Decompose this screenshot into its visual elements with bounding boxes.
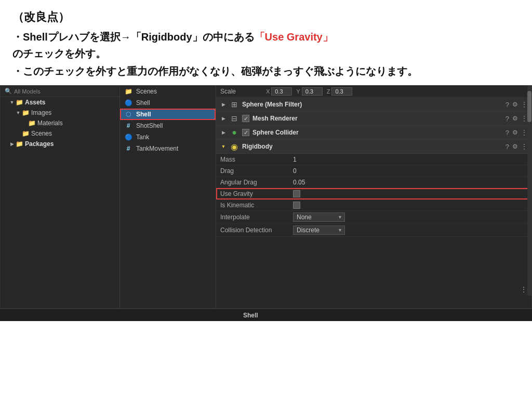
mid-label-scenes: Scenes [136,88,157,95]
checkbox-use-gravity[interactable] [293,190,300,197]
right-panel: Scale X 0.3 Y 0.3 Z 0.3 ▶ ⊞ Sphere (Me [216,86,531,308]
mid-item-scenes[interactable]: 📁 Scenes [120,86,216,97]
annotation-line1: ・Shellプレハブを選択→「Rigidbody」の中にある「Use Gravi… [12,29,520,45]
tree-label-assets: Assets [25,99,45,106]
field-mass: Mass 1 [216,154,531,165]
mid-label-shotshell: ShotShell [136,122,163,129]
search-icon: 🔍 [5,88,12,95]
arrow-packages: ▶ [9,141,15,147]
comp-help-collider[interactable]: ? [506,129,509,137]
dropdown-collision[interactable]: Discrete ▼ [293,225,345,235]
comp-more-mesh[interactable]: ⋮ [521,101,527,108]
annotation-line2: ・このチェックを外すと重力の作用がなくなり、砲弾がまっすぐ飛ぶようになります。 [12,63,520,79]
mid-item-shell-prefab[interactable]: ⬡ Shell [120,109,216,120]
mesh-renderer-icon: ⊟ [230,114,239,123]
annotation-line1-prefix: ・Shellプレハブを選択→「Rigidbody」の中にある [12,31,255,43]
search-bar: 🔍 All Models [1,86,119,97]
tree-item-materials[interactable]: ▶ 📁 Materials [1,118,119,128]
scrollbar-thumb[interactable] [527,91,531,122]
bottom-label: Shell [243,312,258,319]
label-angular-drag: Angular Drag [220,179,293,186]
arrow-assets: ▼ [9,99,15,105]
component-sphere-collider[interactable]: ▶ ● ✓ Sphere Collider ? ⚙ ⋮ [216,126,531,140]
comp-name-collider: Sphere Collider [252,129,502,136]
value-angular-drag[interactable]: 0.05 [293,179,527,186]
value-drag[interactable]: 0 [293,167,527,175]
field-angular-drag: Angular Drag 0.05 [216,177,531,188]
mid-label-tankmovement: TankMovement [136,145,178,152]
checkbox-is-kinematic[interactable] [293,202,300,209]
field-collision-detection: Collision Detection Discrete ▼ [216,224,531,237]
dropdown-collision-value: Discrete [297,227,320,234]
comp-name-rigidbody: Rigidbody [242,143,502,150]
label-drag: Drag [220,167,293,175]
tree-label-scenes: Scenes [31,130,52,137]
comp-more-renderer[interactable]: ⋮ [521,115,527,122]
scale-y-field: Y 0.3 [296,87,322,96]
scene-icon-shell: 🔵 [124,99,132,107]
comp-settings-collider[interactable]: ⚙ [512,129,518,136]
comp-enabled-collider[interactable]: ✓ [242,129,249,136]
folder-icon-mid-scenes: 📁 [124,87,132,96]
component-rigidbody[interactable]: ▼ ◉ Rigidbody ? ⚙ ⋮ [216,140,531,154]
comp-more-rigidbody[interactable]: ⋮ [521,143,527,150]
scale-z-field: Z 0.3 [327,87,353,96]
scene-icon-tank: 🔵 [124,133,132,141]
tree-label-images: Images [31,109,51,116]
annotation-line1-suffix: のチェックを外す。 [12,46,520,61]
mid-item-tankmovement[interactable]: # TankMovement [120,143,216,154]
comp-more-collider[interactable]: ⋮ [521,129,527,136]
scale-x-value[interactable]: 0.3 [271,87,292,96]
annotation-area: （改良点） ・Shellプレハブを選択→「Rigidbody」の中にある「Use… [0,0,532,85]
mid-label-shell-scene: Shell [136,99,150,107]
tree-item-scenes[interactable]: ▶ 📁 Scenes [1,128,119,139]
value-mass[interactable]: 1 [293,156,527,163]
tree-item-packages[interactable]: ▶ 📁 Packages [1,139,119,149]
scale-z-value[interactable]: 0.3 [331,87,352,96]
folder-icon-packages: 📁 [15,140,23,148]
scale-x-field: X 0.3 [266,87,292,96]
mid-panel: 📁 Scenes 🔵 Shell ⬡ Shell # ShotShell 🔵 T… [120,86,216,308]
comp-arrow-rigidbody: ▼ [220,143,227,150]
comp-settings-renderer[interactable]: ⚙ [512,115,518,122]
scale-y-axis: Y [296,88,300,95]
mid-item-shotshell[interactable]: # ShotShell [120,120,216,131]
folder-icon-scenes: 📁 [21,129,30,138]
field-drag: Drag 0 [216,165,531,177]
scale-y-value[interactable]: 0.3 [302,87,323,96]
scrollbar[interactable] [527,86,531,296]
comp-controls-rigidbody: ? ⚙ ⋮ [506,143,527,151]
dropdown-interpolate-arrow: ▼ [338,215,342,220]
scale-row: Scale X 0.3 Y 0.3 Z 0.3 [216,86,531,98]
component-mesh-renderer[interactable]: ▶ ⊟ ✓ Mesh Renderer ? ⚙ ⋮ [216,112,531,126]
mid-item-tank[interactable]: 🔵 Tank [120,131,216,143]
comp-help-rigidbody[interactable]: ? [506,143,509,151]
scale-xyz: X 0.3 Y 0.3 Z 0.3 [266,87,527,96]
dropdown-interpolate-value: None [297,214,312,221]
sphere-collider-icon: ● [230,128,239,137]
comp-help-mesh[interactable]: ? [506,101,509,109]
tree-label-materials: Materials [37,119,63,127]
folder-icon-materials: 📁 [28,119,36,127]
more-button-inspector[interactable]: ⋮ [520,285,527,294]
mid-item-shell-scene[interactable]: 🔵 Shell [120,97,216,109]
dropdown-interpolate[interactable]: None ▼ [293,212,345,222]
tree-item-assets[interactable]: ▼ 📁 Assets [1,97,119,108]
folder-icon-assets: 📁 [15,98,23,107]
mid-label-tank: Tank [136,134,149,141]
comp-help-renderer[interactable]: ? [506,115,509,123]
annotation-title: （改良点） [12,9,520,25]
tree-item-images[interactable]: ▼ 📁 Images [1,108,119,118]
scale-label: Scale [220,88,262,95]
comp-settings-rigidbody[interactable]: ⚙ [512,143,518,150]
comp-settings-mesh[interactable]: ⚙ [512,101,518,108]
mid-label-shell-prefab: Shell [136,111,151,118]
comp-controls-renderer: ? ⚙ ⋮ [506,115,527,123]
label-is-kinematic: Is Kinematic [220,202,293,209]
prefab-icon-shell: ⬡ [124,110,132,118]
component-sphere-mesh-filter[interactable]: ▶ ⊞ Sphere (Mesh Filter) ? ⚙ ⋮ [216,98,531,112]
comp-enabled-renderer[interactable]: ✓ [242,115,249,122]
scale-x-axis: X [266,88,270,95]
folder-icon-images: 📁 [21,109,30,117]
comp-arrow-renderer: ▶ [220,115,227,122]
